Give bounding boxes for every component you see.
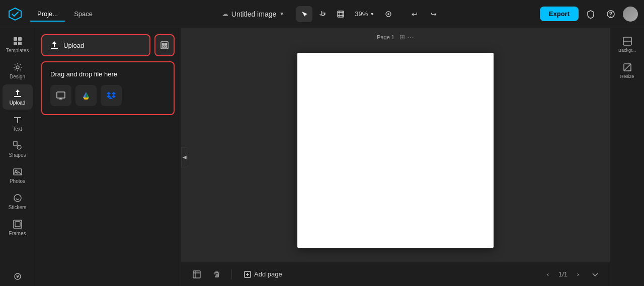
svg-rect-20: [165, 46, 167, 47]
upload-secondary-btn[interactable]: [154, 34, 175, 56]
document-title[interactable]: ☁ Untitled image ▼: [222, 10, 284, 18]
canvas-bottom: Add page ‹ 1/1 ›: [181, 262, 610, 286]
zoom-chevron-icon: ▼: [370, 12, 374, 17]
svg-rect-17: [163, 43, 164, 45]
page-label-actions: ⊞ ⋯: [399, 33, 414, 41]
zoom-level: 39%: [355, 10, 368, 18]
sidebar-item-text[interactable]: Text: [3, 111, 33, 136]
sidebar-expand-btn[interactable]: [14, 272, 22, 282]
svg-rect-0: [338, 11, 344, 17]
shield-icon-btn[interactable]: [583, 6, 599, 22]
pagination: ‹ 1/1 ›: [541, 268, 602, 281]
page-options-icon[interactable]: ⋯: [407, 33, 414, 41]
drop-zone-text: Drag and drop file here: [50, 70, 166, 78]
add-page-label: Add page: [254, 270, 282, 278]
header-center: ☁ Untitled image ▼ 39% ▼ ↩: [100, 6, 540, 22]
drop-zone[interactable]: Drag and drop file here: [41, 61, 175, 115]
sidebar-item-design[interactable]: Design: [3, 58, 33, 83]
hand-tool-btn[interactable]: [314, 6, 331, 22]
main-area: Templates Design Upload Text Shapes Phot…: [0, 28, 644, 286]
device-upload-btn[interactable]: [50, 85, 71, 106]
bottom-separator: [231, 269, 232, 279]
sidebar-photos-label: Photos: [10, 178, 25, 184]
drop-zone-icons: [50, 85, 166, 106]
upload-button-label: Upload: [63, 42, 84, 49]
sidebar-item-upload[interactable]: Upload: [3, 84, 33, 110]
right-background-label: Backgr...: [618, 48, 636, 53]
upload-panel: Upload Drag and drop file here: [35, 28, 181, 286]
google-drive-btn[interactable]: [75, 85, 97, 106]
sidebar-text-label: Text: [13, 126, 22, 132]
upload-row: Upload: [41, 34, 175, 56]
avatar[interactable]: [623, 7, 638, 22]
zoom-control[interactable]: 39% ▼: [351, 8, 378, 20]
cloud-icon: ☁: [222, 10, 228, 18]
right-item-background[interactable]: Backgr...: [613, 32, 642, 57]
svg-rect-14: [15, 222, 20, 227]
add-page-btn[interactable]: Add page: [239, 267, 287, 281]
sidebar-item-frames[interactable]: Frames: [3, 215, 33, 240]
tab-project[interactable]: Proje...: [30, 7, 65, 21]
dropbox-btn[interactable]: [101, 85, 122, 106]
sidebar-item-shapes[interactable]: Shapes: [3, 137, 33, 162]
undo-btn[interactable]: ↩: [407, 6, 423, 22]
page-thumbnail-icon[interactable]: ⊞: [399, 33, 405, 41]
sidebar-item-templates[interactable]: Templates: [3, 32, 33, 57]
help-icon-btn[interactable]: [603, 6, 619, 22]
toolbar-group: 39% ▼: [296, 6, 396, 22]
select-tool-btn[interactable]: [296, 6, 312, 22]
zoom-options-btn[interactable]: [380, 6, 396, 22]
redo-btn[interactable]: ↪: [426, 6, 442, 22]
svg-rect-4: [18, 37, 22, 41]
sidebar-templates-label: Templates: [6, 48, 29, 53]
header-tabs: Proje... Space: [30, 7, 100, 21]
delete-page-btn[interactable]: [209, 267, 224, 282]
right-item-resize[interactable]: Resize: [613, 58, 642, 83]
prev-page-btn[interactable]: ‹: [541, 268, 554, 281]
svg-rect-22: [193, 271, 200, 278]
svg-rect-19: [163, 46, 164, 47]
logo[interactable]: [6, 5, 24, 23]
document-title-text: Untitled image: [231, 10, 277, 18]
sidebar-shapes-label: Shapes: [9, 152, 26, 158]
sidebar-upload-label: Upload: [10, 100, 26, 106]
upload-button[interactable]: Upload: [41, 34, 150, 56]
panel-wrapper: Upload Drag and drop file here: [35, 28, 181, 286]
page-thumbnail-btn[interactable]: [189, 267, 204, 282]
header-right: Export: [540, 6, 638, 22]
svg-rect-9: [14, 142, 17, 145]
page-fraction: 1/1: [558, 270, 568, 278]
svg-rect-21: [57, 92, 65, 98]
right-resize-label: Resize: [620, 74, 634, 79]
canvas-area: Page 1 ⊞ ⋯ Add page ‹ 1/1: [181, 28, 610, 286]
page-label-container: Page 1 ⊞ ⋯: [377, 33, 414, 41]
sidebar-design-label: Design: [10, 74, 25, 79]
svg-point-7: [16, 66, 19, 69]
right-sidebar: Backgr... Resize: [610, 28, 644, 286]
title-chevron-icon: ▼: [279, 11, 284, 17]
header: Proje... Space ☁ Untitled image ▼ 39%: [0, 0, 644, 28]
next-page-btn[interactable]: ›: [572, 268, 585, 281]
sidebar-item-stickers[interactable]: Stickers: [3, 189, 33, 214]
canvas-main[interactable]: Page 1 ⊞ ⋯: [181, 28, 610, 262]
frame-tool-btn[interactable]: [333, 6, 349, 22]
sidebar-frames-label: Frames: [9, 231, 26, 236]
sidebar-stickers-label: Stickers: [9, 205, 27, 210]
svg-rect-18: [165, 43, 167, 45]
svg-rect-5: [14, 42, 17, 45]
tab-space[interactable]: Space: [67, 7, 100, 21]
svg-point-12: [14, 195, 21, 202]
svg-rect-3: [14, 37, 17, 41]
export-button[interactable]: Export: [540, 7, 579, 21]
svg-rect-16: [161, 42, 168, 49]
svg-point-8: [17, 145, 21, 149]
expand-pages-btn[interactable]: [589, 268, 602, 281]
sidebar-item-photos[interactable]: Photos: [3, 163, 33, 188]
page-label: Page 1: [377, 34, 394, 40]
left-sidebar: Templates Design Upload Text Shapes Phot…: [0, 28, 35, 286]
canvas-page: [297, 53, 494, 248]
svg-rect-6: [18, 42, 22, 45]
